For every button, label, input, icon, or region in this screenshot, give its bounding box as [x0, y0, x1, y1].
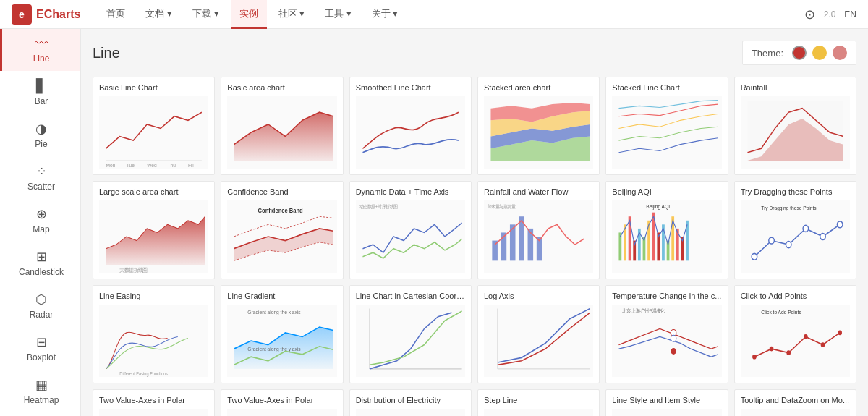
svg-point-62: [769, 347, 773, 352]
sidebar-item-candlestick[interactable]: ⊞ Candlestick: [0, 242, 80, 284]
theme-label: Theme:: [752, 48, 783, 59]
svg-text:Gradient along the y axis: Gradient along the y axis: [248, 346, 302, 353]
chart-card-two-polar-1[interactable]: Two Value-Axes in Polar: [93, 389, 215, 416]
nav-home[interactable]: 首页: [98, 0, 134, 29]
chart-title-distribution: Distribution of Electricity: [356, 396, 465, 404]
logo-icon: e: [12, 4, 32, 25]
nav-about[interactable]: 关于 ▾: [363, 0, 407, 29]
sidebar-item-line[interactable]: 〰 Line: [0, 29, 80, 71]
chart-preview-basic-area: [227, 96, 336, 169]
chart-card-smoothed-line[interactable]: Smoothed Line Chart: [349, 77, 472, 175]
chart-card-rainfall-waterflow[interactable]: Rainfall and Water Flow 降水量与蒸发量: [477, 181, 600, 279]
theme-dot-red[interactable]: [792, 46, 807, 60]
chart-card-two-polar-2[interactable]: Two Value-Axes in Polar: [221, 389, 343, 416]
sidebar: 〰 Line ▋ Bar ◑ Pie ⁘ Scatter ⊕ Map ⊞ Can…: [0, 29, 81, 416]
nav-examples[interactable]: 实例: [231, 0, 267, 29]
chart-title-stacked-area: Stacked area chart: [484, 83, 593, 92]
chart-card-distribution[interactable]: Distribution of Electricity: [349, 389, 472, 416]
page-title-bar: Line Theme:: [93, 41, 856, 65]
boxplot-icon: ⊟: [36, 334, 47, 350]
svg-text:Thu: Thu: [168, 161, 176, 169]
svg-point-59: [671, 348, 677, 355]
chart-preview-stacked-area: [484, 96, 593, 169]
sidebar-label-radar: Radar: [30, 310, 54, 320]
chart-preview-rainfall: [741, 96, 850, 169]
chart-grid: Basic Line Chart Mon Tue Wed Thu Fri Bas…: [93, 77, 856, 416]
chart-preview-beijing-aqi: Beijing AQI: [612, 200, 721, 273]
chart-card-log-axis[interactable]: Log Axis: [477, 285, 600, 383]
chart-preview-rainfall-waterflow: 降水量与蒸发量: [484, 200, 593, 273]
topnav-menu: 首页 文档 ▾ 下载 ▾ 实例 社区 ▾ 工具 ▾ 关于 ▾: [98, 0, 804, 29]
chart-preview-temp-change: 北京-上海-广州气温变化: [612, 305, 721, 377]
chart-title-rainfall-waterflow: Rainfall and Water Flow: [484, 187, 593, 196]
sidebar-item-boxplot[interactable]: ⊟ Boxplot: [0, 327, 80, 370]
chart-title-try-dragging: Try Dragging these Points: [741, 187, 850, 196]
svg-text:Fri: Fri: [188, 161, 194, 169]
chart-card-basic-line[interactable]: Basic Line Chart Mon Tue Wed Thu Fri: [93, 77, 215, 175]
chart-title-beijing-aqi: Beijing AQI: [612, 187, 721, 196]
chart-card-step-line[interactable]: Step Line: [477, 389, 600, 416]
chart-card-beijing-aqi[interactable]: Beijing AQI Beijing AQI: [605, 181, 728, 279]
chart-card-basic-area[interactable]: Basic area chart: [221, 77, 343, 175]
chart-title-rainfall: Rainfall: [741, 83, 850, 92]
sidebar-item-map[interactable]: ⊕ Map: [0, 199, 80, 242]
main-content: Line Theme: Basic Line Chart Mon Tue Wed…: [81, 29, 868, 416]
chart-title-log-axis: Log Axis: [484, 292, 593, 300]
svg-text:降水量与蒸发量: 降水量与蒸发量: [488, 204, 516, 210]
sidebar-item-bar[interactable]: ▋ Bar: [0, 71, 80, 114]
bar-icon: ▋: [36, 78, 46, 94]
nav-download[interactable]: 下载 ▾: [184, 0, 228, 29]
sidebar-label-candlestick: Candlestick: [19, 267, 64, 277]
scatter-icon: ⁘: [36, 164, 47, 179]
chart-preview-step-line: [484, 409, 593, 416]
chart-preview-confidence-band: Confidence Band: [227, 200, 336, 273]
chart-title-stacked-line: Stacked Line Chart: [612, 83, 721, 92]
chart-card-line-cartesian[interactable]: Line Chart in Cartesian Coord...: [349, 285, 472, 383]
sidebar-item-graph[interactable]: ◎ Graph: [0, 412, 80, 416]
sidebar-item-heatmap[interactable]: ▦ Heatmap: [0, 370, 80, 412]
sidebar-item-scatter[interactable]: ⁘ Scatter: [0, 156, 80, 199]
version-badge: 2.0: [824, 9, 836, 20]
chart-title-smoothed-line: Smoothed Line Chart: [356, 83, 465, 92]
svg-text:Mon: Mon: [106, 161, 115, 169]
chart-title-tooltip-zoom: Tooltip and DataZoom on Mo...: [741, 396, 850, 404]
theme-dot-yellow[interactable]: [812, 46, 827, 60]
svg-text:北京-上海-广州气温变化: 北京-上海-广州气温变化: [623, 308, 665, 314]
logo[interactable]: e ECharts: [12, 4, 80, 25]
chart-preview-basic-line: Mon Tue Wed Thu Fri: [99, 96, 208, 169]
chart-card-try-dragging[interactable]: Try Dragging these Points Try Dragging t…: [734, 181, 856, 279]
sidebar-item-radar[interactable]: ⬡ Radar: [0, 284, 80, 327]
logo-text: ECharts: [36, 8, 80, 21]
chart-card-confidence-band[interactable]: Confidence Band Confidence Band: [221, 181, 343, 279]
github-icon[interactable]: ⊙: [804, 7, 815, 22]
theme-dot-dark[interactable]: [833, 46, 847, 60]
chart-card-rainfall[interactable]: Rainfall: [734, 77, 856, 175]
chart-card-line-easing[interactable]: Line Easing Different Easing Functions: [93, 285, 215, 383]
chart-title-click-add: Click to Add Points: [741, 292, 850, 300]
chart-preview-line-easing: Different Easing Functions: [99, 305, 208, 377]
chart-card-stacked-line[interactable]: Stacked Line Chart: [605, 77, 728, 175]
radar-icon: ⬡: [35, 292, 47, 307]
svg-point-64: [804, 334, 808, 339]
chart-card-dynamic-data[interactable]: Dynamic Data + Time Axis 动态数据+时序折线图: [349, 181, 472, 279]
chart-preview-click-add: Click to Add Points: [741, 305, 850, 377]
svg-text:Tue: Tue: [127, 161, 135, 169]
nav-docs[interactable]: 文档 ▾: [137, 0, 181, 29]
svg-text:Confidence Band: Confidence Band: [258, 207, 303, 214]
lang-toggle[interactable]: EN: [844, 9, 856, 20]
chart-card-stacked-area[interactable]: Stacked area chart: [477, 77, 600, 175]
chart-card-temp-change[interactable]: Temperature Change in the c... 北京-上海-广州气…: [605, 285, 728, 383]
svg-rect-23: [528, 229, 534, 260]
chart-card-tooltip-zoom[interactable]: Tooltip and DataZoom on Mo...: [734, 389, 856, 416]
heatmap-icon: ▦: [35, 377, 48, 393]
svg-text:Beijing AQI: Beijing AQI: [647, 203, 671, 211]
chart-card-line-gradient[interactable]: Line Gradient Gradient along the x axis …: [221, 285, 343, 383]
sidebar-item-pie[interactable]: ◑ Pie: [0, 114, 80, 156]
chart-card-line-style[interactable]: Line Style and Item Style: [605, 389, 728, 416]
svg-marker-6: [234, 112, 333, 161]
nav-community[interactable]: 社区 ▾: [270, 0, 314, 29]
chart-card-large-scale[interactable]: Large scale area chart 大数据折线图: [93, 181, 215, 279]
chart-card-click-add[interactable]: Click to Add Points Click to Add Points: [734, 285, 856, 383]
nav-tools[interactable]: 工具 ▾: [316, 0, 360, 29]
chart-title-large-scale: Large scale area chart: [99, 187, 208, 196]
